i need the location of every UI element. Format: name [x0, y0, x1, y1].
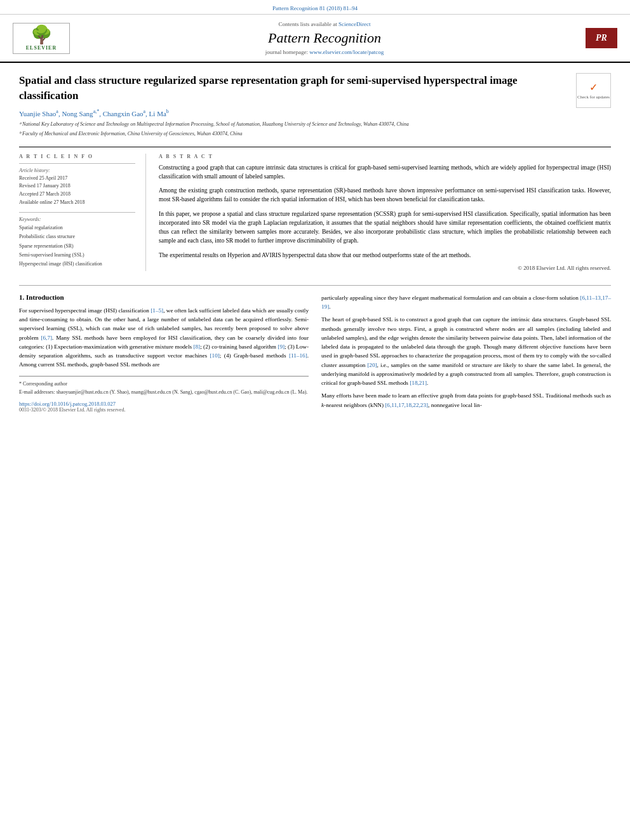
revised-date: Revised 17 January 2018	[19, 182, 135, 190]
email-gao[interactable]: cgao@hust.edu.cn	[194, 389, 232, 395]
ref-1-5[interactable]: [1–5]	[151, 307, 163, 314]
abstract-para1: Constructing a good graph that can captu…	[159, 163, 611, 182]
body-two-col: 1. Introduction For supervised hyperspec…	[0, 293, 630, 413]
author-yuanjie: Yuanjie Shao	[19, 109, 56, 117]
affiliation-a: ᵃ National Key Laboratory of Science and…	[19, 121, 566, 128]
authors: Yuanjie Shaoa, Nong Sanga,*, Changxin Ga…	[19, 109, 566, 117]
article-title-section: Spatial and class structure regularized …	[19, 73, 611, 140]
keywords-divider	[19, 212, 135, 213]
elsevier-brand-text: ELSEVIER	[26, 45, 57, 51]
sup-a2: a,*	[93, 109, 100, 114]
elsevier-logo: 🌳 ELSEVIER	[13, 23, 70, 54]
sup-a1: a	[56, 109, 58, 114]
page: Pattern Recognition 81 (2018) 81–94 🌳 EL…	[0, 0, 630, 840]
author-li: Li Ma	[149, 109, 166, 117]
keywords-list: Spatial regularization Probabilistic cla…	[19, 223, 135, 269]
author-nong: Nong Sang	[62, 109, 93, 117]
italic-k: k	[321, 402, 324, 408]
ref-20[interactable]: [20]	[367, 362, 377, 368]
ref-11-16[interactable]: [11–16]	[289, 352, 307, 359]
kw1: Spatial regularization	[19, 223, 135, 232]
sciencedirect-link[interactable]: ScienceDirect	[338, 21, 370, 27]
email-shao[interactable]: shaoyuanjie@hust.edu.cn	[57, 389, 109, 395]
journal-citation: Pattern Recognition 81 (2018) 81–94	[272, 5, 358, 11]
pr-badge: PR	[586, 28, 617, 48]
intro-para1: For supervised hyperspectral image (HSI)…	[19, 306, 309, 370]
email-ma-name: (L. Ma).	[290, 389, 307, 395]
doi-link[interactable]: https://doi.org/10.1016/j.patcog.2018.03…	[19, 401, 309, 407]
info-divider	[19, 163, 135, 164]
elsevier-tree-icon: 🌳	[30, 26, 53, 44]
article-info-label: A R T I C L E I N F O	[19, 154, 135, 159]
kw3: Sparse representation (SR)	[19, 242, 135, 251]
ref-9[interactable]: [9]	[278, 343, 285, 350]
footnote-section: * Corresponding author E-mail addresses:…	[19, 376, 309, 396]
article-dates: Received 25 April 2017 Revised 17 Januar…	[19, 175, 135, 207]
email-footnote: E-mail addresses: shaoyuanjie@hust.edu.c…	[19, 389, 309, 396]
article-info-col: A R T I C L E I N F O Article history: R…	[19, 154, 146, 271]
article-title: Spatial and class structure regularized …	[19, 73, 566, 103]
kw5: Hyperspectral image (HSI) classification	[19, 260, 135, 269]
kw2: Probabilistic class structure	[19, 232, 135, 241]
contents-text: Contents lists available at	[279, 21, 337, 27]
ref-6-7[interactable]: [6,7]	[41, 335, 52, 341]
journal-header: 🌳 ELSEVIER Contents lists available at S…	[0, 15, 630, 63]
ref-knn[interactable]: [6,11,17,18,22,23]	[385, 402, 428, 408]
article-title-text: Spatial and class structure regularized …	[19, 73, 566, 140]
journal-right-logo: PR	[579, 28, 617, 48]
sup-a3: a	[144, 109, 146, 114]
available-date: Available online 27 March 2018	[19, 199, 135, 207]
doi-section: https://doi.org/10.1016/j.patcog.2018.03…	[19, 401, 309, 413]
email-sang[interactable]: nsang@hust.edu.cn	[131, 389, 171, 395]
article-info-abstract-section: A R T I C L E I N F O Article history: R…	[19, 147, 611, 271]
copyright: © 2018 Elsevier Ltd. All rights reserved…	[159, 265, 611, 271]
email-gao-name: (C. Gao),	[233, 389, 253, 395]
abstract-para2: Among the existing graph construction me…	[159, 186, 611, 204]
accepted-date: Accepted 27 March 2018	[19, 190, 135, 199]
abstract-col: A B S T R A C T Constructing a good grap…	[159, 154, 611, 271]
homepage-label: journal homepage:	[265, 49, 308, 55]
intro-heading: 1. Introduction	[19, 293, 309, 301]
abstract-para4: The experimental results on Hyperion and…	[159, 251, 611, 260]
author-changxin: Changxin Gao	[103, 109, 144, 117]
abstract-label: A B S T R A C T	[159, 154, 611, 159]
intro-para4: Many efforts have been made to learn an …	[321, 391, 611, 410]
received-date: Received 25 April 2017	[19, 175, 135, 183]
intro-para3: The heart of graph-based SSL is to const…	[321, 315, 611, 387]
email-ma[interactable]: mali@cug.edu.cn	[253, 389, 289, 395]
sup-b: b	[166, 109, 169, 114]
abstract-para3: In this paper, we propose a spatial and …	[159, 210, 611, 246]
article-content: Spatial and class structure regularized …	[0, 63, 630, 277]
corresponding-author-note: * Corresponding author	[19, 380, 309, 387]
ref-6-11-13-17-19[interactable]: [6,11–13,17–19]	[321, 295, 611, 310]
keywords-label: Keywords:	[19, 217, 135, 222]
ref-10[interactable]: [10]	[210, 352, 220, 359]
ref-8[interactable]: [8]	[193, 343, 200, 350]
issn-text: 0031-3203/© 2018 Elsevier Ltd. All right…	[19, 407, 309, 413]
intro-para2: particularly appealing since they have e…	[321, 293, 611, 312]
journal-homepage: journal homepage: www.elsevier.com/locat…	[70, 49, 579, 55]
body-left: 1. Introduction For supervised hyperspec…	[19, 293, 309, 413]
check-updates-badge: ✓ Check for updates	[576, 73, 611, 108]
email-sang-name: (N. Sang),	[172, 389, 194, 395]
body-right: particularly appealing since they have e…	[321, 293, 611, 413]
journal-name: Pattern Recognition	[70, 30, 579, 46]
history-label: Article history:	[19, 168, 135, 173]
check-icon: ✓	[589, 81, 598, 93]
affiliation-b: ᵇ Faculty of Mechanical and Electronic I…	[19, 130, 566, 137]
homepage-url[interactable]: www.elsevier.com/locate/patcog	[309, 49, 384, 55]
ref-18-21[interactable]: [18,21]	[410, 380, 427, 386]
main-divider	[19, 285, 611, 286]
journal-title-center: Contents lists available at ScienceDirec…	[70, 21, 579, 55]
email-label: E-mail addresses:	[19, 389, 57, 395]
journal-top-bar: Pattern Recognition 81 (2018) 81–94	[0, 0, 630, 15]
contents-line: Contents lists available at ScienceDirec…	[70, 21, 579, 27]
email-shao-name: (Y. Shao),	[110, 389, 131, 395]
kw4: Semi-supervised learning (SSL)	[19, 251, 135, 260]
check-updates-text: Check for updates	[577, 95, 610, 100]
